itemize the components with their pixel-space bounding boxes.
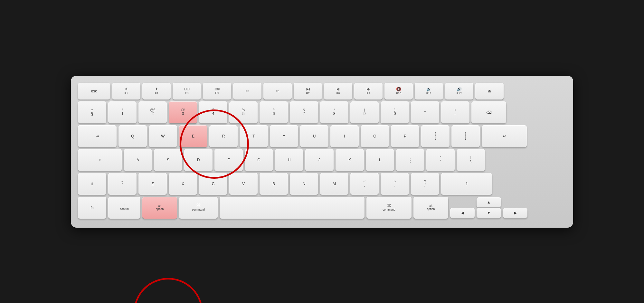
key-arrow-right[interactable]: ▶ — [503, 208, 527, 218]
key-h[interactable]: H — [275, 149, 303, 171]
key-y[interactable]: Y — [270, 125, 298, 147]
key-6[interactable]: ^ 6 — [260, 101, 288, 123]
quote-bottom: ' — [440, 159, 441, 164]
key-b[interactable]: B — [260, 173, 288, 195]
key-4[interactable]: $ 4 — [199, 101, 227, 123]
key-j[interactable]: J — [305, 149, 334, 171]
key-o[interactable]: O — [361, 125, 389, 147]
key-p[interactable]: P — [391, 125, 419, 147]
key-a[interactable]: A — [124, 149, 152, 171]
f6-label: F6 — [276, 89, 279, 93]
key1-bottom: 1 — [121, 112, 124, 116]
key-quote[interactable]: " ' — [426, 149, 455, 171]
key-option-right[interactable]: alt option — [413, 197, 448, 219]
key-return[interactable]: ↩ — [482, 125, 527, 147]
key-command-right[interactable]: ⌘ command — [366, 197, 412, 219]
key-tab[interactable]: ⇥ — [78, 125, 117, 147]
key-i[interactable]: I — [330, 125, 359, 147]
key-command-left[interactable]: ⌘ command — [179, 197, 218, 219]
key-f9[interactable]: ⏭ F9 — [354, 83, 383, 99]
caps-label: ⇪ — [99, 158, 101, 162]
key-capslock[interactable]: ⇪ — [78, 149, 122, 171]
key-f[interactable]: F — [214, 149, 243, 171]
period-bottom: . — [394, 183, 395, 187]
key-f11[interactable]: 🔉 F11 — [415, 83, 443, 99]
key-f1[interactable]: ☀ F1 — [112, 83, 140, 99]
key-backspace[interactable]: ⌫ — [471, 101, 506, 123]
key-arrow-down[interactable]: ▼ — [477, 208, 501, 218]
key-g[interactable]: G — [245, 149, 273, 171]
key-period[interactable]: > . — [381, 173, 409, 195]
key-rbracket[interactable]: } ] — [451, 125, 480, 147]
f7-icon: ⏮ — [306, 87, 310, 91]
key-q[interactable]: Q — [118, 125, 147, 147]
key-esc[interactable]: esc — [78, 83, 110, 99]
key-slash[interactable]: ? / — [411, 173, 439, 195]
key-equals[interactable]: + = — [441, 101, 469, 123]
key8-bottom: 8 — [333, 112, 336, 116]
key-section[interactable]: ± § — [78, 101, 106, 123]
key-arrow-left[interactable]: ◀ — [450, 208, 475, 218]
key-9[interactable]: ( 9 — [350, 101, 379, 123]
v-label: V — [242, 182, 245, 186]
key-fn[interactable]: fn — [78, 197, 106, 219]
key-f6[interactable]: F6 — [263, 83, 292, 99]
key-f3[interactable]: ⊡⊡ F3 — [173, 83, 201, 99]
b-label: B — [272, 182, 275, 186]
modifier-row: fn ⌃ control alt option ⌘ command ⌘ comm… — [78, 197, 566, 219]
key-k[interactable]: K — [336, 149, 364, 171]
key-r[interactable]: R — [209, 125, 238, 147]
k-label: K — [348, 158, 351, 162]
key-shift-left[interactable]: ⇧ — [78, 173, 106, 195]
key-f10[interactable]: 🔇 F10 — [384, 83, 413, 99]
q-label: Q — [131, 134, 134, 138]
f11-icon: 🔉 — [426, 87, 431, 91]
key-f5[interactable]: F5 — [233, 83, 261, 99]
control-bottom: control — [120, 208, 128, 211]
key-minus[interactable]: _ - — [411, 101, 439, 123]
l-label: L — [379, 158, 381, 162]
key-v[interactable]: V — [229, 173, 258, 195]
f4-icon: ⊞⊞ — [214, 87, 220, 91]
key-1[interactable]: ! 1 — [108, 101, 137, 123]
key-z[interactable]: Z — [138, 173, 167, 195]
key-c[interactable]: C — [199, 173, 227, 195]
key-semicolon[interactable]: : ; — [396, 149, 424, 171]
arrow-right-label: ▶ — [514, 211, 517, 215]
key-w[interactable]: W — [149, 125, 177, 147]
key-0[interactable]: ) 0 — [381, 101, 409, 123]
key-eject[interactable]: ⏏ — [475, 83, 504, 99]
key-e[interactable]: E — [179, 125, 207, 147]
key-comma[interactable]: < , — [350, 173, 379, 195]
key-8[interactable]: * 8 — [320, 101, 348, 123]
key-f2[interactable]: ✦ F2 — [142, 83, 171, 99]
key-lbracket[interactable]: { [ — [421, 125, 450, 147]
key-shift-right[interactable]: ⇧ — [441, 173, 492, 195]
key-f7[interactable]: ⏮ F7 — [294, 83, 322, 99]
f3-icon: ⊡⊡ — [184, 87, 190, 91]
key-f12[interactable]: 🔊 F12 — [445, 83, 473, 99]
key-s[interactable]: S — [154, 149, 182, 171]
key-tilde[interactable]: ~ ` — [108, 173, 137, 195]
key-option-left[interactable]: alt option — [142, 197, 177, 219]
key-backslash[interactable]: | \ — [457, 149, 485, 171]
key-5[interactable]: % 5 — [229, 101, 258, 123]
key-7[interactable]: & 7 — [290, 101, 318, 123]
key-f8[interactable]: ⏯ F8 — [324, 83, 352, 99]
key-t[interactable]: T — [240, 125, 268, 147]
key-arrow-up[interactable]: ▲ — [477, 197, 501, 207]
key-u[interactable]: U — [300, 125, 328, 147]
key-f4[interactable]: ⊞⊞ F4 — [203, 83, 231, 99]
key-d[interactable]: D — [184, 149, 213, 171]
key-space[interactable] — [220, 197, 365, 219]
backspace-label: ⌫ — [486, 110, 492, 115]
key4-bottom: 4 — [212, 112, 214, 116]
key-l[interactable]: L — [366, 149, 394, 171]
key-3[interactable]: £# 3 — [169, 101, 197, 123]
key-control[interactable]: ⌃ control — [108, 197, 140, 219]
key-m[interactable]: M — [320, 173, 348, 195]
command-left-icon: ⌘ — [196, 204, 201, 208]
key-n[interactable]: N — [290, 173, 318, 195]
key-2[interactable]: @€ 2 — [138, 101, 167, 123]
key-x[interactable]: X — [169, 173, 197, 195]
